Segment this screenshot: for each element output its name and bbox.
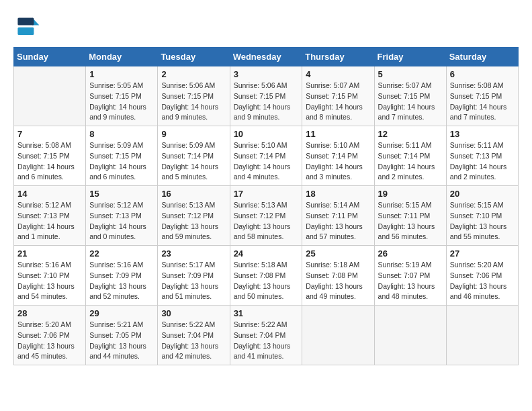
calendar-cell: 17Sunrise: 5:13 AM Sunset: 7:12 PM Dayli… [230,186,302,246]
day-number: 28 [17,308,82,318]
weekday-header-monday: Monday [86,48,158,66]
calendar-cell: 13Sunrise: 5:11 AM Sunset: 7:13 PM Dayli… [446,126,518,186]
calendar-cell [374,306,446,365]
day-number: 19 [378,189,443,199]
calendar-cell: 4Sunrise: 5:07 AM Sunset: 7:15 PM Daylig… [302,66,374,126]
day-info: Sunrise: 5:11 AM Sunset: 7:14 PM Dayligh… [378,140,443,183]
day-info: Sunrise: 5:09 AM Sunset: 7:15 PM Dayligh… [89,140,154,183]
day-number: 14 [17,189,82,199]
day-number: 29 [89,308,154,318]
calendar-cell: 15Sunrise: 5:12 AM Sunset: 7:13 PM Dayli… [86,186,158,246]
day-number: 23 [161,248,226,259]
day-info: Sunrise: 5:18 AM Sunset: 7:08 PM Dayligh… [306,260,370,302]
day-number: 7 [17,129,82,139]
day-info: Sunrise: 5:06 AM Sunset: 7:15 PM Dayligh… [234,81,299,123]
weekday-header-thursday: Thursday [302,48,374,66]
day-number: 2 [161,69,226,79]
day-number: 27 [450,248,515,259]
day-info: Sunrise: 5:22 AM Sunset: 7:04 PM Dayligh… [161,320,226,362]
calendar-cell [14,66,86,126]
weekday-header-saturday: Saturday [446,48,518,66]
day-number: 16 [161,189,226,199]
day-number: 8 [89,129,154,139]
day-number: 15 [89,189,154,199]
day-number: 18 [306,189,370,199]
calendar-cell: 14Sunrise: 5:12 AM Sunset: 7:13 PM Dayli… [14,186,86,246]
day-info: Sunrise: 5:20 AM Sunset: 7:06 PM Dayligh… [450,260,515,302]
calendar-cell: 26Sunrise: 5:19 AM Sunset: 7:07 PM Dayli… [374,246,446,306]
day-info: Sunrise: 5:11 AM Sunset: 7:13 PM Dayligh… [450,140,515,183]
calendar-cell: 28Sunrise: 5:20 AM Sunset: 7:06 PM Dayli… [14,306,86,365]
day-info: Sunrise: 5:15 AM Sunset: 7:10 PM Dayligh… [450,200,515,242]
day-info: Sunrise: 5:16 AM Sunset: 7:10 PM Dayligh… [17,260,82,302]
day-number: 20 [450,189,515,199]
calendar-cell [302,306,374,365]
day-info: Sunrise: 5:07 AM Sunset: 7:15 PM Dayligh… [378,81,443,123]
day-info: Sunrise: 5:13 AM Sunset: 7:12 PM Dayligh… [234,200,299,242]
calendar-cell: 10Sunrise: 5:10 AM Sunset: 7:14 PM Dayli… [230,126,302,186]
calendar-cell: 24Sunrise: 5:18 AM Sunset: 7:08 PM Dayli… [230,246,302,306]
logo-icon [13,13,40,40]
calendar-cell [446,306,518,365]
day-info: Sunrise: 5:15 AM Sunset: 7:11 PM Dayligh… [378,200,443,242]
svg-rect-2 [17,28,34,35]
calendar-cell: 25Sunrise: 5:18 AM Sunset: 7:08 PM Dayli… [302,246,374,306]
day-number: 12 [378,129,443,139]
day-number: 26 [378,248,443,259]
day-info: Sunrise: 5:16 AM Sunset: 7:09 PM Dayligh… [89,260,154,302]
calendar-cell: 27Sunrise: 5:20 AM Sunset: 7:06 PM Dayli… [446,246,518,306]
day-number: 21 [17,248,82,259]
weekday-header-tuesday: Tuesday [158,48,230,66]
day-info: Sunrise: 5:12 AM Sunset: 7:13 PM Dayligh… [89,200,154,242]
day-info: Sunrise: 5:17 AM Sunset: 7:09 PM Dayligh… [161,260,226,302]
week-row-5: 28Sunrise: 5:20 AM Sunset: 7:06 PM Dayli… [14,306,519,365]
day-number: 11 [306,129,370,139]
calendar-cell: 31Sunrise: 5:22 AM Sunset: 7:04 PM Dayli… [230,306,302,365]
day-info: Sunrise: 5:12 AM Sunset: 7:13 PM Dayligh… [17,200,82,242]
day-info: Sunrise: 5:10 AM Sunset: 7:14 PM Dayligh… [234,140,299,183]
calendar-cell: 6Sunrise: 5:08 AM Sunset: 7:15 PM Daylig… [446,66,518,126]
day-number: 10 [234,129,299,139]
week-row-3: 14Sunrise: 5:12 AM Sunset: 7:13 PM Dayli… [14,186,519,246]
weekday-header-wednesday: Wednesday [230,48,302,66]
day-info: Sunrise: 5:07 AM Sunset: 7:15 PM Dayligh… [306,81,370,123]
weekday-header-sunday: Sunday [14,48,86,66]
calendar-cell: 2Sunrise: 5:06 AM Sunset: 7:15 PM Daylig… [158,66,230,126]
calendar-cell: 12Sunrise: 5:11 AM Sunset: 7:14 PM Dayli… [374,126,446,186]
day-info: Sunrise: 5:09 AM Sunset: 7:14 PM Dayligh… [161,140,226,183]
day-number: 4 [306,69,370,79]
calendar-cell: 5Sunrise: 5:07 AM Sunset: 7:15 PM Daylig… [374,66,446,126]
day-info: Sunrise: 5:21 AM Sunset: 7:05 PM Dayligh… [89,320,154,362]
week-row-4: 21Sunrise: 5:16 AM Sunset: 7:10 PM Dayli… [14,246,519,306]
day-info: Sunrise: 5:08 AM Sunset: 7:15 PM Dayligh… [17,140,82,183]
day-number: 17 [234,189,299,199]
day-number: 3 [234,69,299,79]
calendar-cell: 16Sunrise: 5:13 AM Sunset: 7:12 PM Dayli… [158,186,230,246]
day-number: 5 [378,69,443,79]
day-number: 22 [89,248,154,259]
day-number: 24 [234,248,299,259]
svg-rect-1 [17,17,34,25]
day-number: 31 [234,308,299,318]
calendar-cell: 9Sunrise: 5:09 AM Sunset: 7:14 PM Daylig… [158,126,230,186]
day-number: 6 [450,69,515,79]
day-info: Sunrise: 5:06 AM Sunset: 7:15 PM Dayligh… [161,81,226,123]
calendar-cell: 30Sunrise: 5:22 AM Sunset: 7:04 PM Dayli… [158,306,230,365]
calendar-cell: 1Sunrise: 5:05 AM Sunset: 7:15 PM Daylig… [86,66,158,126]
day-number: 1 [89,69,154,79]
day-number: 13 [450,129,515,139]
day-info: Sunrise: 5:13 AM Sunset: 7:12 PM Dayligh… [161,200,226,242]
calendar-cell: 20Sunrise: 5:15 AM Sunset: 7:10 PM Dayli… [446,186,518,246]
calendar-cell: 11Sunrise: 5:10 AM Sunset: 7:14 PM Dayli… [302,126,374,186]
page-header [13,13,519,40]
logo [13,13,44,40]
calendar-cell: 29Sunrise: 5:21 AM Sunset: 7:05 PM Dayli… [86,306,158,365]
calendar-cell: 8Sunrise: 5:09 AM Sunset: 7:15 PM Daylig… [86,126,158,186]
day-info: Sunrise: 5:18 AM Sunset: 7:08 PM Dayligh… [234,260,299,302]
day-number: 30 [161,308,226,318]
weekday-header-row: SundayMondayTuesdayWednesdayThursdayFrid… [14,48,519,66]
calendar-table: SundayMondayTuesdayWednesdayThursdayFrid… [13,47,519,365]
calendar-cell: 19Sunrise: 5:15 AM Sunset: 7:11 PM Dayli… [374,186,446,246]
weekday-header-friday: Friday [374,48,446,66]
calendar-cell: 22Sunrise: 5:16 AM Sunset: 7:09 PM Dayli… [86,246,158,306]
